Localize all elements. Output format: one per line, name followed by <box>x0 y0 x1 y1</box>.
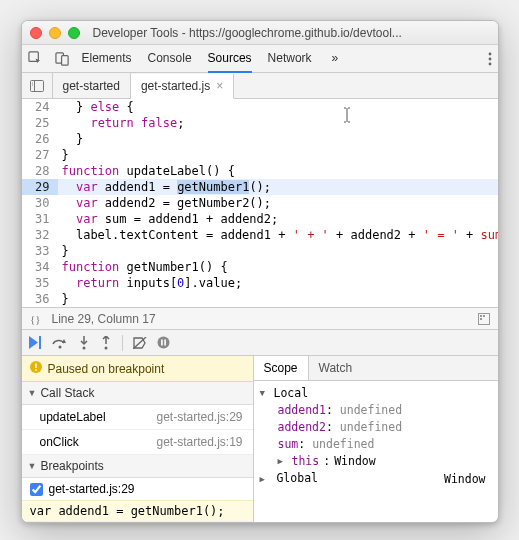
code-line[interactable]: 36} <box>22 291 498 307</box>
code-text: var sum = addend1 + addend2; <box>58 211 498 227</box>
code-text: } <box>58 131 498 147</box>
window-minimize-button[interactable] <box>49 27 61 39</box>
code-line[interactable]: 30 var addend2 = getNumber2(); <box>22 195 498 211</box>
file-tab-get-started[interactable]: get-started <box>53 73 131 98</box>
breakpoint-label: get-started.js:29 <box>49 482 135 496</box>
code-line[interactable]: 32 label.textContent = addend1 + ' + ' +… <box>22 227 498 243</box>
window-close-button[interactable] <box>30 27 42 39</box>
gutter-line-number[interactable]: 36 <box>22 291 58 307</box>
gutter-line-number[interactable]: 25 <box>22 115 58 131</box>
code-line[interactable]: 27} <box>22 147 498 163</box>
scope-var[interactable]: addend2: undefined <box>260 419 492 436</box>
svg-rect-15 <box>39 336 41 349</box>
svg-rect-23 <box>161 340 163 346</box>
tab-elements[interactable]: Elements <box>82 45 132 73</box>
resume-icon[interactable] <box>28 336 42 349</box>
pause-exceptions-icon[interactable] <box>157 336 170 349</box>
settings-kebab-icon[interactable] <box>488 52 492 66</box>
code-line[interactable]: 35 return inputs[0].value; <box>22 275 498 291</box>
svg-point-9 <box>31 84 32 85</box>
deactivate-breakpoints-icon[interactable] <box>133 337 147 349</box>
close-icon[interactable]: × <box>216 79 223 93</box>
code-line[interactable]: 33} <box>22 243 498 259</box>
titlebar: Developer Tools - https://googlechrome.g… <box>22 21 498 45</box>
scope-var[interactable]: addend1: undefined <box>260 402 492 419</box>
tab-scope[interactable]: Scope <box>254 356 309 380</box>
code-editor[interactable]: 24 } else {25 return false;26 }27}28func… <box>22 99 498 307</box>
tab-network[interactable]: Network <box>268 45 312 73</box>
code-line[interactable]: 26 } <box>22 131 498 147</box>
debugger-left-pane: Paused on breakpoint ▼ Call Stack update… <box>22 356 254 522</box>
breakpoint-item[interactable]: get-started.js:29 <box>22 478 253 500</box>
paused-banner: Paused on breakpoint <box>22 356 253 382</box>
scope-global[interactable]: ▶ Global Window <box>260 470 492 488</box>
tab-console[interactable]: Console <box>148 45 192 73</box>
call-stack-header[interactable]: ▼ Call Stack <box>22 382 253 405</box>
svg-rect-27 <box>35 369 37 371</box>
gutter-line-number[interactable]: 26 <box>22 131 58 147</box>
scope-this[interactable]: ▶ this: Window <box>260 453 492 470</box>
breakpoints-header[interactable]: ▼ Breakpoints <box>22 455 253 478</box>
code-text: return inputs[0].value; <box>58 275 498 291</box>
stack-frame[interactable]: onClick get-started.js:19 <box>22 430 253 455</box>
tab-watch[interactable]: Watch <box>309 356 363 380</box>
chevron-right-icon: ▶ <box>260 471 270 488</box>
gutter-line-number[interactable]: 28 <box>22 163 58 179</box>
var-name: this <box>292 453 320 470</box>
chevron-right-icon: ▶ <box>278 453 288 470</box>
file-tab-label: get-started <box>63 79 120 93</box>
gutter-line-number[interactable]: 27 <box>22 147 58 163</box>
coverage-icon[interactable] <box>478 313 490 325</box>
breakpoint-checkbox[interactable] <box>30 483 43 496</box>
breakpoint-code: var addend1 = getNumber1(); <box>22 500 253 522</box>
step-out-icon[interactable] <box>100 336 112 350</box>
pretty-print-icon[interactable]: {} <box>30 313 44 325</box>
warning-icon <box>30 361 42 376</box>
svg-point-20 <box>104 346 107 349</box>
code-text: function updateLabel() { <box>58 163 498 179</box>
gutter-line-number[interactable]: 35 <box>22 275 58 291</box>
file-tab-get-started-js[interactable]: get-started.js × <box>131 74 234 99</box>
var-value: undefined <box>340 420 402 434</box>
gutter-line-number[interactable]: 30 <box>22 195 58 211</box>
code-line[interactable]: 34function getNumber1() { <box>22 259 498 275</box>
window-zoom-button[interactable] <box>68 27 80 39</box>
debugger-toolbar <box>22 329 498 355</box>
tabs-overflow-icon[interactable]: » <box>332 45 339 73</box>
code-line[interactable]: 24 } else { <box>22 99 498 115</box>
inspect-element-icon[interactable] <box>28 51 43 66</box>
gutter-line-number[interactable]: 33 <box>22 243 58 259</box>
code-line[interactable]: 29 var addend1 = getNumber1(); <box>22 179 498 195</box>
navigator-toggle-icon[interactable] <box>22 73 53 98</box>
paused-label: Paused on breakpoint <box>48 362 165 376</box>
svg-text:{}: {} <box>30 313 41 325</box>
gutter-line-number[interactable]: 32 <box>22 227 58 243</box>
scope-var[interactable]: sum: undefined <box>260 436 492 453</box>
scope-local-label: Local <box>274 385 309 402</box>
code-text: return false; <box>58 115 498 131</box>
scope-local[interactable]: ▼ Local <box>260 385 492 402</box>
stack-frame[interactable]: updateLabel get-started.js:29 <box>22 405 253 430</box>
call-stack-label: Call Stack <box>40 386 94 400</box>
scope-tabs: Scope Watch <box>254 356 498 381</box>
svg-rect-12 <box>480 315 482 317</box>
step-into-icon[interactable] <box>78 336 90 350</box>
code-text: var addend1 = getNumber1(); <box>58 179 498 195</box>
svg-point-16 <box>58 345 61 348</box>
scope-global-label: Global <box>276 471 318 485</box>
gutter-line-number[interactable]: 34 <box>22 259 58 275</box>
gutter-line-number[interactable]: 31 <box>22 211 58 227</box>
gutter-line-number[interactable]: 29 <box>22 179 58 195</box>
step-over-icon[interactable] <box>52 337 68 349</box>
breakpoints-label: Breakpoints <box>40 459 103 473</box>
device-toolbar-icon[interactable] <box>55 51 70 66</box>
tab-sources[interactable]: Sources <box>208 45 252 73</box>
var-name: addend2 <box>278 420 326 434</box>
code-line[interactable]: 28function updateLabel() { <box>22 163 498 179</box>
code-line[interactable]: 25 return false; <box>22 115 498 131</box>
svg-point-4 <box>488 57 491 60</box>
debugger-panes: Paused on breakpoint ▼ Call Stack update… <box>22 355 498 522</box>
code-line[interactable]: 31 var sum = addend1 + addend2; <box>22 211 498 227</box>
svg-line-21 <box>133 337 146 349</box>
gutter-line-number[interactable]: 24 <box>22 99 58 115</box>
